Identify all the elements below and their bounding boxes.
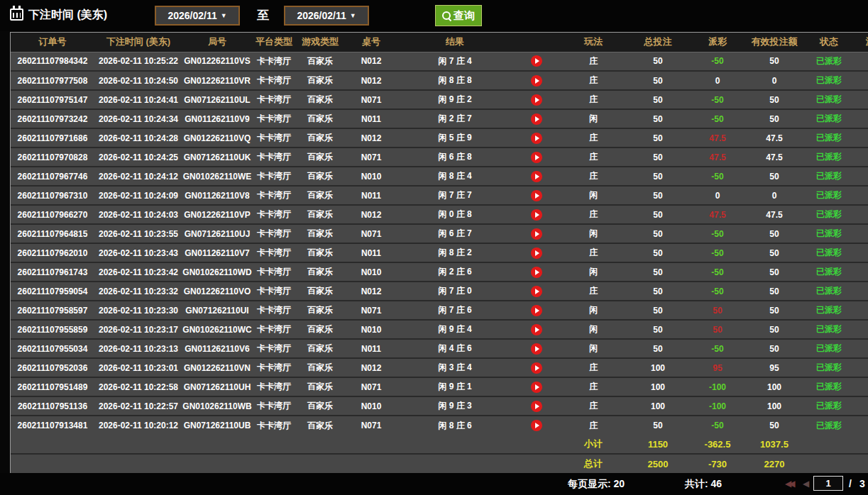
result-cell: 闲 7 庄 6	[398, 301, 512, 320]
play-video-icon[interactable]	[531, 343, 542, 355]
play-video-icon[interactable]	[531, 133, 542, 144]
status-cell: 已派彩	[804, 416, 854, 435]
play-video-icon[interactable]	[531, 228, 542, 240]
result-cell: 闲 8 庄 8	[398, 71, 512, 90]
play-video-icon[interactable]	[531, 267, 542, 278]
payout-time-cell	[854, 243, 868, 262]
result-cell: 闲 6 庄 8	[398, 148, 512, 167]
payout-time-cell	[854, 186, 868, 205]
play-type-cell: 庄	[561, 205, 625, 224]
order-no-cell: 260211107975147	[11, 90, 94, 109]
play-video-icon[interactable]	[531, 75, 542, 87]
result-cell: 闲 0 庄 8	[398, 205, 512, 224]
game-type-cell: 百家乐	[296, 377, 344, 396]
payout-cell: 47.5	[691, 128, 745, 148]
order-no-cell: 260211107971686	[11, 128, 94, 148]
play-type-cell: 闲	[561, 301, 625, 320]
play-video-icon[interactable]	[531, 401, 542, 412]
platform-cell: 卡卡湾厅	[252, 90, 296, 109]
bet-records-table-wrap: 订单号 下注时间 (美东) 局号 平台类型 游戏类型 桌号 结果 玩法 总投注 …	[10, 32, 868, 474]
table-row: 260211107967310 2026-02-11 10:24:09 GN01…	[11, 186, 868, 205]
page-number-input[interactable]	[813, 476, 843, 491]
play-video-icon[interactable]	[531, 152, 542, 163]
order-no-cell: 260211107964815	[11, 224, 94, 243]
table-row: 260211107984342 2026-02-11 10:25:22 GN01…	[11, 52, 868, 71]
valid-bet-cell: 47.5	[745, 128, 804, 148]
play-video-icon[interactable]	[531, 190, 542, 201]
video-cell	[512, 109, 561, 128]
col-status: 状态	[804, 33, 854, 52]
query-button[interactable]: 查询	[435, 5, 482, 26]
date-to-picker[interactable]: 2026/02/11 ▼	[284, 6, 369, 26]
first-page-icon[interactable]: ◀◀	[785, 479, 792, 489]
page-separator: /	[849, 478, 852, 489]
table-no-cell: N071	[344, 377, 398, 396]
play-video-icon[interactable]	[531, 382, 542, 393]
play-video-icon[interactable]	[531, 362, 542, 374]
total-bet-cell: 50	[625, 320, 691, 339]
play-video-icon[interactable]	[531, 286, 542, 297]
col-total-bet: 总投注	[625, 33, 691, 52]
game-type-cell: 百家乐	[296, 148, 344, 167]
toolbar: 下注时间 (美东) 2026/02/11 ▼ 至 2026/02/11 ▼ 查询	[0, 0, 868, 31]
payout-time-cell	[854, 90, 868, 109]
round-no-cell: GN071262110UI	[182, 301, 252, 320]
date-from-picker[interactable]: 2026/02/11 ▼	[155, 6, 240, 26]
status-cell: 已派彩	[804, 186, 854, 205]
game-type-cell: 百家乐	[296, 52, 344, 71]
total-bet-cell: 50	[625, 416, 691, 435]
play-video-icon[interactable]	[531, 113, 542, 125]
play-type-cell: 闲	[561, 186, 625, 205]
play-type-cell: 庄	[561, 167, 625, 186]
prev-page-icon[interactable]: ◀	[803, 479, 809, 489]
col-video	[512, 33, 561, 52]
payout-time-cell	[854, 224, 868, 243]
play-video-icon[interactable]	[531, 305, 542, 316]
table-row: 260211107951136 2026-02-11 10:22:57 GN01…	[11, 396, 868, 416]
col-result: 结果	[398, 33, 512, 52]
table-no-cell: N012	[344, 358, 398, 377]
platform-cell: 卡卡湾厅	[252, 320, 296, 339]
round-no-cell: GN012262110VP	[182, 205, 252, 224]
play-video-icon[interactable]	[531, 324, 542, 335]
payout-cell: -100	[691, 377, 745, 396]
payout-cell: -50	[691, 90, 745, 109]
play-video-icon[interactable]	[531, 420, 542, 431]
result-cell: 闲 5 庄 9	[398, 128, 512, 148]
total-bet-cell: 50	[625, 243, 691, 262]
platform-cell: 卡卡湾厅	[252, 109, 296, 128]
bet-time-cell: 2026-02-11 10:24:41	[94, 90, 182, 109]
table-no-cell: N071	[344, 416, 398, 435]
video-cell	[512, 90, 561, 109]
table-row: 260211107970828 2026-02-11 10:24:25 GN07…	[11, 148, 868, 167]
play-video-icon[interactable]	[531, 55, 542, 67]
bet-time-cell: 2026-02-11 10:23:17	[94, 320, 182, 339]
play-video-icon[interactable]	[531, 248, 542, 259]
round-no-cell: GN010262110WB	[182, 396, 252, 416]
platform-cell: 卡卡湾厅	[252, 396, 296, 416]
total-bet-cell: 50	[625, 52, 691, 71]
round-no-cell: GN012262110VS	[182, 52, 252, 71]
order-no-cell: 260211107967746	[11, 167, 94, 186]
valid-bet-cell: 0	[745, 186, 804, 205]
query-button-label: 查询	[454, 9, 475, 23]
platform-cell: 卡卡湾厅	[252, 52, 296, 71]
play-video-icon[interactable]	[531, 171, 542, 182]
bet-time-cell: 2026-02-11 10:24:09	[94, 186, 182, 205]
order-no-cell: 260211107955859	[11, 320, 94, 339]
result-cell: 闲 9 庄 4	[398, 320, 512, 339]
play-video-icon[interactable]	[531, 209, 542, 221]
total-row: 总计 2500 -730 2270	[11, 454, 868, 473]
video-cell	[512, 320, 561, 339]
result-cell: 闲 8 庄 4	[398, 167, 512, 186]
table-row: 260211107962010 2026-02-11 10:23:43 GN01…	[11, 243, 868, 262]
table-row: 260211107958597 2026-02-11 10:23:30 GN07…	[11, 301, 868, 320]
play-video-icon[interactable]	[531, 94, 542, 106]
payout-cell: -50	[691, 224, 745, 243]
col-game-type: 游戏类型	[296, 33, 344, 52]
table-row: 260211107977508 2026-02-11 10:24:50 GN01…	[11, 71, 868, 90]
order-no-cell: 260211107962010	[11, 243, 94, 262]
table-no-cell: N012	[344, 71, 398, 90]
game-type-cell: 百家乐	[296, 243, 344, 262]
game-type-cell: 百家乐	[296, 109, 344, 128]
